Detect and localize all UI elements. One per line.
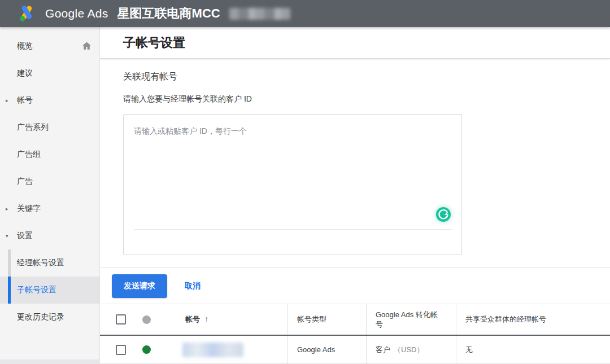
link-accounts-section: 关联现有帐号 请输入您要与经理帐号关联的客户 ID	[100, 59, 610, 255]
section-title: 关联现有帐号	[123, 71, 610, 83]
header-conversion-account[interactable]: Google Ads 转化帐号	[366, 304, 456, 335]
nav-rail-active	[8, 277, 11, 304]
status-enabled-dot-icon	[142, 345, 151, 354]
sidebar-item-settings[interactable]: ▾ 设置	[0, 222, 99, 249]
sidebar-item-label: 经理帐号设置	[17, 258, 64, 268]
sidebar-item-recommendations[interactable]: 建议	[0, 60, 99, 87]
product-name: Google Ads	[45, 7, 108, 20]
cancel-button[interactable]: 取消	[185, 281, 201, 291]
status-column-dot-icon	[142, 315, 151, 324]
sidebar-item-accounts[interactable]: ▸ 帐号	[0, 87, 99, 114]
header-account-cell: 帐号↑	[100, 304, 287, 335]
row-shared-audience-manager: 无	[456, 336, 610, 363]
sidebar-item-overview[interactable]: 概览	[0, 33, 99, 60]
sub-accounts-table: 帐号↑ 帐号类型 Google Ads 转化帐号 共享受众群体的经理帐号 Goo…	[100, 304, 610, 364]
top-app-bar: Google Ads 星图互联电商MCC	[0, 0, 610, 27]
sidebar-item-ads[interactable]: 广告	[0, 168, 99, 195]
sidebar-item-label: 帐号	[17, 95, 33, 106]
header-conversion-account-label: Google Ads 转化帐号	[376, 310, 439, 329]
sidebar-item-label: 广告系列	[17, 122, 49, 133]
header-shared-audience-manager[interactable]: 共享受众群体的经理帐号	[456, 304, 610, 335]
input-underline	[134, 229, 452, 230]
header-account-type[interactable]: 帐号类型	[287, 304, 366, 335]
mcc-account-name: 星图互联电商MCC	[117, 5, 220, 22]
conversion-currency: （USD）	[394, 345, 424, 355]
customer-id-input[interactable]	[124, 115, 461, 208]
main-content: 子帐号设置 关联现有帐号 请输入您要与经理帐号关联的客户 ID 发送请求 取消	[100, 27, 610, 364]
page-title: 子帐号设置	[100, 27, 610, 59]
sidebar-item-label: 概览	[17, 41, 33, 51]
send-request-button[interactable]: 发送请求	[112, 274, 167, 298]
sidebar-item-keywords[interactable]: ▸ 关键字	[0, 195, 99, 222]
header-account-label: 帐号	[185, 315, 200, 323]
sidebar-item-ad-groups[interactable]: 广告组	[0, 141, 99, 168]
sidebar-item-label: 设置	[17, 231, 33, 241]
sidebar-item-label: 关键字	[17, 204, 41, 214]
sidebar-item-label: 子帐号设置	[17, 285, 56, 295]
table-header-row: 帐号↑ 帐号类型 Google Ads 转化帐号 共享受众群体的经理帐号	[100, 304, 610, 336]
customer-id-box	[123, 114, 462, 255]
row-account-type: Google Ads	[287, 336, 366, 363]
left-navigation: 概览 建议 ▸ 帐号 广告系列 广告组 广告 ▸ 关键字 ▾ 设置	[0, 27, 100, 364]
header-account-sort[interactable]: 帐号↑	[185, 314, 208, 324]
sidebar-item-manager-account-settings[interactable]: 经理帐号设置	[0, 249, 99, 277]
row-conversion-account: 客户 （USD）	[366, 336, 456, 363]
select-all-checkbox[interactable]	[116, 314, 126, 324]
chevron-down-icon: ▾	[6, 233, 8, 239]
sidebar-item-label: 广告	[17, 177, 33, 187]
chevron-right-icon: ▸	[6, 206, 8, 212]
form-actions: 发送请求 取消	[100, 268, 610, 304]
sidebar-item-label: 建议	[17, 68, 33, 78]
account-id-redacted	[229, 8, 290, 20]
instruction-text: 请输入您要与经理帐号关联的客户 ID	[123, 94, 610, 104]
conversion-account-type: 客户	[376, 345, 390, 355]
row-checkbox[interactable]	[116, 345, 126, 355]
row-account-cell	[100, 336, 287, 363]
google-ads-logo-icon[interactable]	[17, 4, 37, 23]
sort-ascending-icon: ↑	[204, 314, 208, 323]
home-icon	[81, 41, 92, 53]
sidebar-item-label: 更改历史记录	[17, 312, 64, 322]
sidebar-item-campaigns[interactable]: 广告系列	[0, 114, 99, 141]
account-name-redacted[interactable]	[182, 343, 243, 357]
sidebar-item-change-history[interactable]: 更改历史记录	[0, 304, 99, 331]
nav-rail	[8, 249, 11, 277]
chevron-right-icon: ▸	[6, 98, 8, 103]
sidebar-item-label: 广告组	[17, 150, 41, 160]
table-row: Google Ads 客户 （USD） 无	[100, 336, 610, 364]
grammarly-icon[interactable]	[436, 207, 451, 222]
sidebar-item-sub-account-settings[interactable]: 子帐号设置	[0, 277, 99, 304]
